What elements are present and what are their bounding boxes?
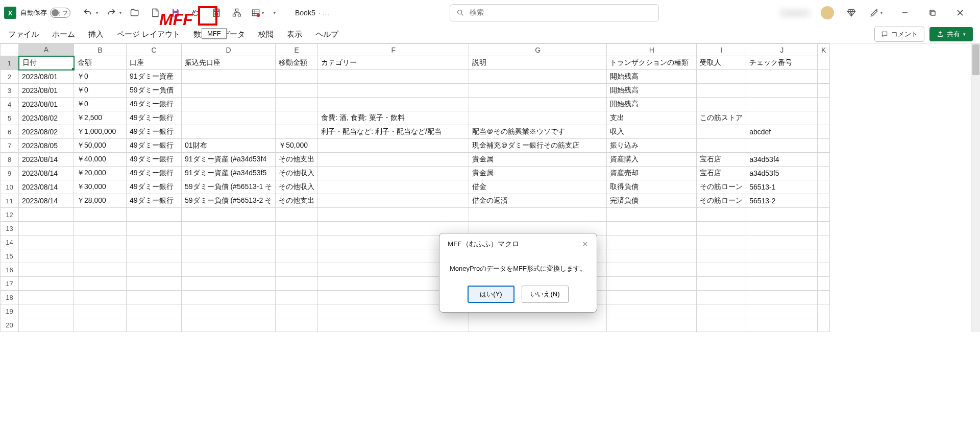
cell-A9[interactable]: 2023/08/14 [19,167,74,180]
cell-B12[interactable] [74,208,127,222]
cell-E3[interactable] [276,84,318,98]
cell-I16[interactable] [697,263,746,277]
col-header-I[interactable]: I [697,44,746,56]
cell-C16[interactable] [127,263,182,277]
col-header-F[interactable]: F [318,44,469,56]
cell-F9[interactable] [318,167,469,180]
cell-F1[interactable]: カテゴリー [318,56,469,70]
cell-A19[interactable] [19,304,74,318]
tab-6[interactable]: 校閲 [257,28,275,41]
cell-K20[interactable] [818,318,830,332]
open-button[interactable] [128,6,142,20]
tab-7[interactable]: 表示 [286,28,303,41]
cell-G4[interactable] [469,98,607,111]
cell-A17[interactable] [19,277,74,291]
cell-C15[interactable] [127,249,182,263]
redo-button[interactable] [104,6,118,20]
cell-C11[interactable]: 49ダミー銀行 [127,194,182,208]
cell-K4[interactable] [818,98,830,111]
row-header-2[interactable]: 2 [1,70,19,84]
cell-J12[interactable] [746,208,818,222]
avatar[interactable] [821,6,834,19]
cell-G9[interactable]: 貴金属 [469,167,607,180]
cell-H3[interactable]: 開始残高 [607,84,697,98]
cell-F11[interactable] [318,194,469,208]
cell-C19[interactable] [127,304,182,318]
cell-F4[interactable] [318,98,469,111]
cell-I10[interactable]: その筋ローン [697,180,746,194]
cell-J7[interactable] [746,139,818,153]
cell-A7[interactable]: 2023/08/05 [19,139,74,153]
cell-E20[interactable] [276,318,318,332]
cell-F5[interactable]: 食費: 酒, 食費: 菓子・飲料 [318,111,469,125]
cell-I13[interactable] [697,222,746,235]
cell-K19[interactable] [818,304,830,318]
cell-D10[interactable]: 59ダミー負債 (#56513-1 そ [182,180,276,194]
cell-D8[interactable]: 91ダミー資産 (#a34d53f4 [182,153,276,167]
undo-button[interactable] [81,6,95,20]
cell-C12[interactable] [127,208,182,222]
cell-A13[interactable] [19,222,74,235]
cell-E12[interactable] [276,208,318,222]
cell-H6[interactable]: 収入 [607,125,697,139]
cell-K12[interactable] [818,208,830,222]
cell-J4[interactable] [746,98,818,111]
table-icon[interactable]: ▾ [250,6,264,20]
cell-D12[interactable] [182,208,276,222]
row-header-14[interactable]: 14 [1,235,19,249]
cell-D20[interactable] [182,318,276,332]
row-header-3[interactable]: 3 [1,84,19,98]
cell-I14[interactable] [697,235,746,249]
cell-C8[interactable]: 49ダミー銀行 [127,153,182,167]
cell-E15[interactable] [276,249,318,263]
vertical-scrollbar[interactable] [971,43,980,332]
cell-D4[interactable] [182,98,276,111]
cell-B17[interactable] [74,277,127,291]
cell-K16[interactable] [818,263,830,277]
row-header-20[interactable]: 20 [1,318,19,332]
cell-H14[interactable] [607,235,697,249]
cell-F3[interactable] [318,84,469,98]
cell-I5[interactable]: この筋ストア [697,111,746,125]
cell-H10[interactable]: 取得負債 [607,180,697,194]
cell-H5[interactable]: 支出 [607,111,697,125]
cell-I19[interactable] [697,304,746,318]
cell-K13[interactable] [818,222,830,235]
cell-K3[interactable] [818,84,830,98]
cell-E17[interactable] [276,277,318,291]
tab-0[interactable]: ファイル [7,28,40,41]
cell-I3[interactable] [697,84,746,98]
cell-F2[interactable] [318,70,469,84]
maximize-button[interactable] [921,5,944,21]
cell-C6[interactable]: 49ダミー銀行 [127,125,182,139]
cell-I15[interactable] [697,249,746,263]
cell-F10[interactable] [318,180,469,194]
col-header-K[interactable]: K [818,44,830,56]
cell-D14[interactable] [182,235,276,249]
diamond-icon[interactable] [844,6,859,20]
cell-C14[interactable] [127,235,182,249]
cell-D1[interactable]: 振込先口座 [182,56,276,70]
row-header-7[interactable]: 7 [1,139,19,153]
cell-E1[interactable]: 移動金額 [276,56,318,70]
cell-A11[interactable]: 2023/08/14 [19,194,74,208]
cell-D13[interactable] [182,222,276,235]
close-button[interactable] [948,5,972,21]
cell-H11[interactable]: 完済負債 [607,194,697,208]
cell-E13[interactable] [276,222,318,235]
cell-A3[interactable]: 2023/08/01 [19,84,74,98]
dialog-close-button[interactable]: ✕ [582,240,589,249]
cell-G3[interactable] [469,84,607,98]
cell-E4[interactable] [276,98,318,111]
cell-B18[interactable] [74,291,127,304]
cell-E11[interactable]: その他支出 [276,194,318,208]
select-all-corner[interactable] [1,44,19,56]
cell-H1[interactable]: トランザクションの種類 [607,56,697,70]
cell-A4[interactable]: 2023/08/01 [19,98,74,111]
cell-E7[interactable]: ￥50,000 [276,139,318,153]
cell-H9[interactable]: 資産売却 [607,167,697,180]
cell-A14[interactable] [19,235,74,249]
cell-E18[interactable] [276,291,318,304]
cell-E14[interactable] [276,235,318,249]
cell-I12[interactable] [697,208,746,222]
